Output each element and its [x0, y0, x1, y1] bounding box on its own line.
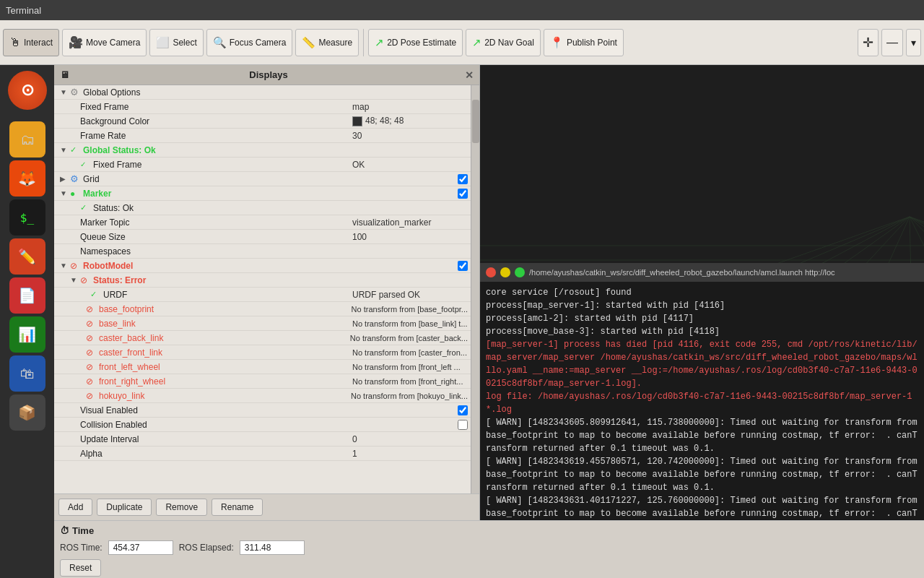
term-line-8: [ WARN] [1482343619.455780571, 120.74200… [486, 455, 918, 494]
terminal-minimize-button[interactable] [500, 267, 510, 277]
displays-scrollbar[interactable] [471, 85, 479, 493]
dock-icon-spreadsheet[interactable]: 📊 [9, 316, 45, 353]
tree-row-global-options[interactable]: ▼ ⚙ Global Options [54, 85, 471, 100]
tree-row-base-footprint[interactable]: ⊘ base_footprint No transform from [base… [54, 302, 471, 316]
update-interval-label: Update Interval [80, 434, 352, 444]
2d-pose-icon: ↗ [375, 36, 384, 49]
scroll-thumb[interactable] [472, 100, 479, 143]
tree-row-caster-back-link[interactable]: ⊘ caster_back_link No transform from [ca… [54, 331, 471, 345]
tree-row-urdf[interactable]: ✓ URDF URDF parsed OK [54, 288, 471, 302]
collision-enabled-checkbox[interactable] [458, 420, 468, 430]
front-left-wheel-value: No transform from [front_left ... [352, 363, 468, 371]
robot-model-red-icon: ⊘ [70, 261, 82, 271]
tree-row-robot-status[interactable]: ▼ ⊘ Status: Error [54, 273, 471, 288]
term-line-9: [ WARN] [1482343631.401171227, 125.76000… [486, 494, 918, 520]
marker-topic-value: visualization_marker [352, 217, 468, 228]
dock-icon-ubuntu[interactable]: ⊙ [8, 71, 47, 110]
toolbar-2d-pose-button[interactable]: ↗ 2D Pose Estimate [368, 29, 463, 56]
toolbar-2d-nav-button[interactable]: ↗ 2D Nav Goal [466, 29, 541, 56]
tree-row-fixed-frame-1[interactable]: Fixed Frame map [54, 100, 471, 114]
dock-icon-help[interactable]: 📦 [9, 394, 45, 431]
tree-row-base-link[interactable]: ⊘ base_link No transform from [base_link… [54, 316, 471, 331]
tree-row-front-right-wheel[interactable]: ⊘ front_right_wheel No transform from [f… [54, 374, 471, 389]
viewport[interactable]: /home/ayushas/catkin_ws/src/diff_wheeled… [480, 65, 924, 520]
robot-status-arrow[interactable]: ▼ [70, 276, 80, 284]
global-options-arrow[interactable]: ▼ [60, 88, 70, 96]
tree-row-front-left-wheel[interactable]: ⊘ front_left_wheel No transform from [fr… [54, 360, 471, 374]
hokuyo-link-value: No transform from [hokuyo_link... [351, 392, 468, 400]
tree-row-marker-topic[interactable]: Marker Topic visualization_marker [54, 215, 471, 230]
toolbar-extra-button[interactable]: ✛ [858, 29, 879, 56]
dock-icon-text-editor[interactable]: ✏️ [9, 238, 45, 275]
term-line-6: log file: /home/ayushas/.ros/log/cd0b3f4… [486, 390, 918, 416]
global-options-label: Global Options [83, 87, 468, 98]
tree-row-fixed-frame-2[interactable]: ✓ Fixed Frame OK [54, 158, 471, 172]
marker-status-label: Status: Ok [93, 203, 468, 213]
tree-row-global-status[interactable]: ▼ ✓ Global Status: Ok [54, 143, 471, 158]
background-color-label: Background Color [80, 116, 352, 126]
ros-time-label: ROS Time: [60, 543, 103, 553]
tree-row-robot-model[interactable]: ▼ ⊘ RobotModel [54, 259, 471, 273]
terminal-body[interactable]: core service [/rosout] found process[map… [480, 282, 924, 520]
marker-topic-label: Marker Topic [80, 217, 352, 228]
marker-arrow[interactable]: ▼ [60, 189, 70, 197]
tree-row-grid[interactable]: ▶ ⚙ Grid [54, 172, 471, 186]
marker-circle-icon: ● [70, 189, 82, 199]
remove-button[interactable]: Remove [156, 499, 207, 516]
tree-row-queue-size[interactable]: Queue Size 100 [54, 230, 471, 244]
marker-checkbox[interactable] [458, 189, 468, 199]
tree-row-namespaces[interactable]: Namespaces [54, 244, 471, 259]
toolbar-measure-button[interactable]: 📏 Measure [295, 29, 359, 56]
dock-icon-software[interactable]: 🛍 [9, 355, 45, 392]
marker-label: Marker [83, 189, 455, 199]
rename-button[interactable]: Rename [212, 499, 263, 516]
dock-icon-browser[interactable]: 🦊 [9, 160, 45, 197]
tree-row-caster-front-link[interactable]: ⊘ caster_front_link No transform from [c… [54, 345, 471, 360]
displays-panel: 🖥 Displays ✕ ▼ ⚙ Global Options [54, 65, 480, 520]
add-button[interactable]: Add [58, 499, 92, 516]
grid-arrow[interactable]: ▶ [60, 175, 70, 183]
duplicate-button[interactable]: Duplicate [97, 499, 152, 516]
tree-row-marker-status[interactable]: ✓ Status: Ok [54, 201, 471, 215]
tree-row-hokuyo-link[interactable]: ⊘ hokuyo_link No transform from [hokuyo_… [54, 389, 471, 403]
toolbar-dropdown-button[interactable]: ▾ [906, 29, 921, 56]
tree-row-visual-enabled[interactable]: Visual Enabled [54, 403, 471, 418]
hokuyo-link-error-icon: ⊘ [86, 391, 97, 401]
toolbar-focus-camera-button[interactable]: 🔍 Focus Camera [206, 29, 293, 56]
tree-row-collision-enabled[interactable]: Collision Enabled [54, 418, 471, 432]
urdf-value: URDF parsed OK [352, 290, 468, 300]
grid-checkbox[interactable] [458, 174, 468, 184]
ros-time-input[interactable] [108, 540, 173, 555]
visual-enabled-checkbox[interactable] [458, 405, 468, 415]
tree-row-frame-rate[interactable]: Frame Rate 30 [54, 129, 471, 143]
ros-elapsed-input[interactable] [240, 540, 305, 555]
reset-button[interactable]: Reset [60, 559, 101, 577]
dock-icon-document-viewer[interactable]: 📄 [9, 277, 45, 314]
toolbar-move-camera-button[interactable]: 🎥 Move Camera [62, 29, 147, 56]
toolbar-separator-1 [363, 29, 364, 56]
tree-row-marker[interactable]: ▼ ● Marker [54, 186, 471, 201]
toolbar-publish-point-button[interactable]: 📍 Publish Point [544, 29, 624, 56]
toolbar-select-button[interactable]: ⬜ Select [149, 29, 203, 56]
displays-close-button[interactable]: ✕ [465, 69, 474, 81]
toolbar-zoom-minus-button[interactable]: — [881, 29, 903, 56]
front-right-wheel-error-icon: ⊘ [86, 376, 97, 387]
terminal-close-button[interactable] [486, 267, 496, 277]
tree-row-alpha[interactable]: Alpha 1 [54, 447, 471, 461]
terminal-icon: $_ [20, 211, 34, 225]
global-status-checkmark-icon: ✓ [70, 145, 82, 155]
toolbar-interact-button[interactable]: 🖱 Interact [3, 29, 59, 56]
help-icon: 📦 [18, 404, 36, 421]
fixed-frame-2-value: OK [352, 160, 468, 170]
color-swatch-icon [352, 116, 362, 126]
global-status-arrow[interactable]: ▼ [60, 146, 70, 154]
tree-row-background-color[interactable]: Background Color 48; 48; 48 [54, 114, 471, 129]
dock-icon-files[interactable]: 🗂 [9, 121, 45, 158]
global-options-gear-icon: ⚙ [70, 87, 82, 98]
namespaces-label: Namespaces [80, 246, 468, 256]
robot-model-checkbox[interactable] [458, 261, 468, 271]
robot-model-arrow[interactable]: ▼ [60, 262, 70, 269]
tree-row-update-interval[interactable]: Update Interval 0 [54, 432, 471, 447]
dock-icon-terminal[interactable]: $_ [9, 199, 45, 236]
terminal-maximize-button[interactable] [515, 267, 525, 277]
